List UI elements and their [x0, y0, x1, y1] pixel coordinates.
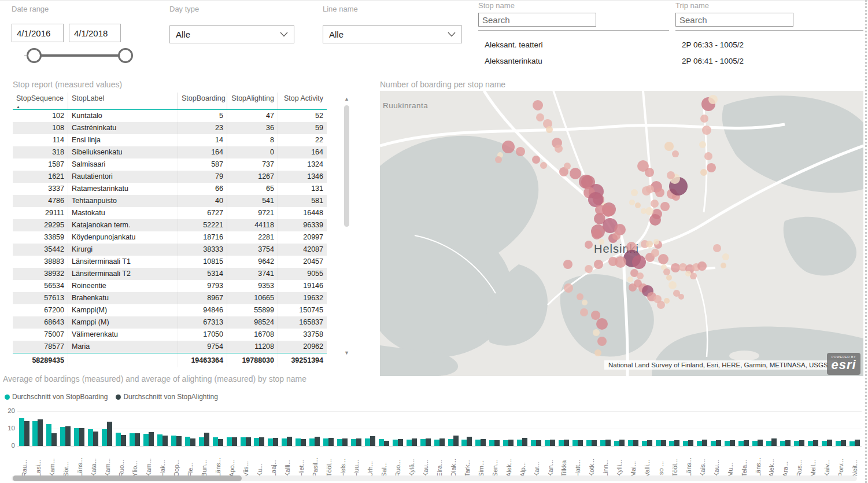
map-bubble[interactable]	[585, 241, 593, 249]
table-row[interactable]: 35442Kirurgi38333375442087	[13, 244, 327, 256]
map-bubble[interactable]	[532, 156, 540, 164]
bar-alighting[interactable]	[384, 441, 389, 446]
table-cell[interactable]: 8967	[178, 292, 227, 304]
table-row[interactable]: 29295Katajanokan term.522214411896339	[13, 219, 327, 231]
table-row[interactable]: 1621Rautatientori7912671346	[13, 171, 327, 183]
map-bubble[interactable]	[697, 261, 707, 271]
table-cell[interactable]: 22	[278, 134, 327, 146]
map-bubble[interactable]	[653, 239, 659, 245]
bar-boarding[interactable]	[503, 440, 508, 447]
bar-boarding[interactable]	[808, 441, 813, 446]
day-type-dropdown[interactable]: Alle	[169, 25, 294, 43]
table-cell[interactable]: 59	[278, 122, 327, 134]
scrollbar-thumb[interactable]	[13, 475, 242, 481]
table-cell[interactable]: 9055	[278, 268, 327, 280]
table-cell[interactable]: 44118	[227, 219, 278, 231]
table-cell[interactable]: 52221	[178, 219, 227, 231]
map-bubble[interactable]	[722, 253, 729, 260]
bar-boarding[interactable]	[461, 440, 467, 446]
bar-boarding[interactable]	[545, 440, 550, 446]
trip-name-item[interactable]: 2P 06:41 - 1005/2	[682, 53, 863, 69]
table-cell[interactable]: 67313	[178, 316, 227, 329]
bar-alighting[interactable]	[494, 440, 500, 446]
map-bubble[interactable]	[641, 208, 647, 214]
bar-alighting[interactable]	[827, 440, 832, 446]
map-bubble[interactable]	[713, 244, 721, 252]
map-bubble[interactable]	[702, 126, 711, 135]
map-bubble[interactable]	[704, 152, 712, 160]
bar-alighting[interactable]	[688, 440, 693, 446]
bar-alighting[interactable]	[398, 439, 403, 446]
map-bubble[interactable]	[646, 185, 654, 193]
slider-track[interactable]	[30, 54, 130, 57]
table-cell[interactable]: 40	[178, 195, 227, 207]
table-cell[interactable]: 318	[13, 146, 68, 158]
table-row[interactable]: 3337Ratamestarinkatu6665131	[13, 183, 327, 195]
legend-item-alighting[interactable]: Durchschnitt von StopAlighting	[116, 393, 217, 401]
table-cell[interactable]: 38932	[13, 268, 68, 280]
bar-alighting[interactable]	[162, 436, 168, 446]
table-cell[interactable]: 16708	[227, 329, 278, 341]
bar-alighting[interactable]	[592, 440, 597, 446]
table-cell[interactable]: Välimerenkatu	[68, 329, 178, 341]
bar-boarding[interactable]	[766, 441, 771, 446]
bar-alighting[interactable]	[855, 440, 860, 446]
bar-boarding[interactable]	[130, 433, 135, 446]
map-bubble[interactable]	[495, 156, 502, 163]
date-range-slider[interactable]	[22, 47, 138, 64]
line-name-dropdown[interactable]: Alle	[323, 25, 462, 43]
map-bubble[interactable]	[629, 200, 635, 205]
slider-handle-start[interactable]	[27, 48, 42, 63]
bar-alighting[interactable]	[24, 421, 29, 446]
bar-boarding[interactable]	[572, 440, 578, 446]
bar-alighting[interactable]	[135, 433, 140, 446]
map-bubble[interactable]	[651, 200, 659, 208]
bar-alighting[interactable]	[716, 440, 721, 446]
table-cell[interactable]: 19146	[278, 280, 327, 292]
table-row[interactable]: 67200Kamppi(M)9484655899150745	[13, 304, 327, 316]
bar-alighting[interactable]	[536, 440, 541, 446]
bar-alighting[interactable]	[619, 440, 625, 446]
table-row[interactable]: 29111Mastokatu6727972116448	[13, 207, 327, 219]
bar-boarding[interactable]	[475, 440, 481, 446]
map-bubble[interactable]	[546, 126, 553, 133]
table-cell[interactable]: 9754	[178, 341, 227, 353]
bar-alighting[interactable]	[93, 432, 98, 446]
table-cell[interactable]: 10665	[227, 292, 278, 304]
table-cell[interactable]: 9721	[227, 207, 278, 219]
table-cell[interactable]: 66	[178, 183, 227, 195]
map-bubble[interactable]	[629, 283, 637, 292]
bar-boarding[interactable]	[836, 441, 841, 446]
map-bubble[interactable]	[603, 205, 614, 217]
bar-boarding[interactable]	[407, 440, 412, 446]
stop-name-item[interactable]: Aleksanterinkatu	[485, 53, 669, 69]
bar-boarding[interactable]	[794, 441, 799, 446]
table-cell[interactable]: 18716	[178, 231, 227, 244]
bar-alighting[interactable]	[315, 437, 320, 446]
bar-boarding[interactable]	[725, 441, 730, 446]
table-cell[interactable]: Rautatientori	[68, 171, 178, 183]
table-cell[interactable]: 587	[178, 158, 227, 171]
table-cell[interactable]: 35442	[13, 244, 68, 256]
table-cell[interactable]: Roineentie	[68, 280, 178, 292]
table-row[interactable]: 33859Köydenpunojankatu18716228120997	[13, 231, 327, 244]
map-bubble[interactable]	[635, 202, 641, 208]
table-cell[interactable]: 164	[178, 146, 227, 158]
map-bubble[interactable]	[631, 189, 638, 196]
bar-alighting[interactable]	[633, 440, 638, 446]
map-bubble[interactable]	[582, 300, 588, 305]
bar-boarding[interactable]	[420, 439, 426, 446]
bar-alighting[interactable]	[107, 422, 112, 446]
bar-boarding[interactable]	[254, 438, 259, 446]
bar-alighting[interactable]	[218, 439, 223, 446]
table-cell[interactable]: Kamppi(M)	[68, 304, 178, 316]
bar-boarding[interactable]	[752, 441, 758, 446]
bar-boarding[interactable]	[489, 440, 494, 446]
col-header-stopalighting[interactable]: StopAlighting	[227, 93, 278, 109]
table-cell[interactable]: 9793	[178, 280, 227, 292]
bar-boarding[interactable]	[448, 439, 453, 446]
map-bubble[interactable]	[516, 147, 525, 156]
scroll-up-icon[interactable]: ▲	[342, 95, 351, 103]
col-header-stopsequence[interactable]: StopSequence ▲	[13, 93, 68, 109]
col-header-stopactivity[interactable]: Stop Activity	[278, 93, 327, 109]
